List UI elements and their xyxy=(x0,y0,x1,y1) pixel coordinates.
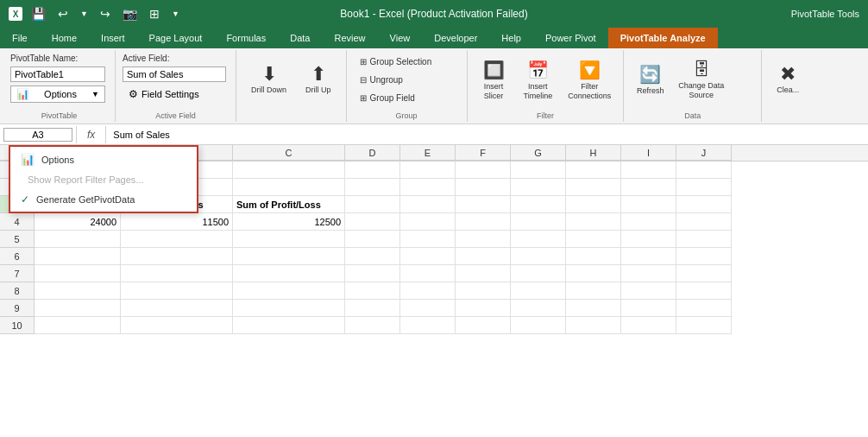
insert-slicer-label: InsertSlicer xyxy=(484,82,504,101)
col-header-j[interactable]: J xyxy=(676,145,732,161)
cell-i4[interactable] xyxy=(621,213,676,231)
drill-down-button[interactable]: ⬇ Drill Down xyxy=(243,54,294,106)
clear-button[interactable]: ✖ Clea... xyxy=(769,54,807,106)
cell-i1[interactable] xyxy=(621,162,676,179)
change-data-source-button[interactable]: 🗄 Change DataSource xyxy=(673,54,729,106)
col-header-g[interactable]: G xyxy=(511,145,566,161)
cell-h3[interactable] xyxy=(566,196,621,213)
col-header-d[interactable]: D xyxy=(345,145,400,161)
redo-button[interactable]: ↪ xyxy=(97,5,114,22)
show-report-label: Show Report Filter Pages... xyxy=(28,174,144,185)
options-menu-icon: 📊 xyxy=(21,153,35,166)
cell-f1[interactable] xyxy=(456,162,511,179)
options-button[interactable]: 📊 Options ▼ xyxy=(10,86,105,103)
filter-group: 🔲 InsertSlicer 📅 InsertTimeline 🔽 Filter… xyxy=(468,50,625,122)
row-header-10[interactable]: 10 xyxy=(0,317,35,334)
group-field-icon: ⊞ xyxy=(360,93,367,103)
row-header-5[interactable]: 5 xyxy=(0,231,35,248)
row-header-6[interactable]: 6 xyxy=(0,248,35,265)
tab-pagelayout[interactable]: Page Layout xyxy=(137,28,215,48)
cell-f2[interactable] xyxy=(456,179,511,196)
cell-a4[interactable]: 24000 xyxy=(35,213,121,231)
tab-file[interactable]: File xyxy=(0,28,40,48)
cell-g1[interactable] xyxy=(511,162,566,179)
qat-dropdown[interactable]: ▼ xyxy=(168,8,183,20)
cell-g3[interactable] xyxy=(511,196,566,213)
group-selection-button[interactable]: ⊞ Group Selection xyxy=(354,54,460,70)
tab-formulas[interactable]: Formulas xyxy=(214,28,278,48)
name-box[interactable] xyxy=(3,128,72,142)
cell-g4[interactable] xyxy=(511,213,566,231)
active-field-input[interactable] xyxy=(123,66,226,82)
tab-review[interactable]: Review xyxy=(322,28,377,48)
cell-g2[interactable] xyxy=(511,179,566,196)
change-data-source-label: Change DataSource xyxy=(678,81,724,100)
ungroup-label: Ungroup xyxy=(370,75,403,85)
drill-up-button[interactable]: ⬆ Drill Up xyxy=(298,54,339,106)
col-header-h[interactable]: H xyxy=(566,145,621,161)
cell-c3[interactable]: Sum of Profit/Loss xyxy=(233,196,345,213)
cell-e1[interactable] xyxy=(400,162,456,179)
cell-i3[interactable] xyxy=(621,196,676,213)
cell-d1[interactable] xyxy=(345,162,400,179)
row-header-9[interactable]: 9 xyxy=(0,300,35,317)
tab-view[interactable]: View xyxy=(378,28,423,48)
tab-insert[interactable]: Insert xyxy=(89,28,137,48)
dropdown-item-options[interactable]: 📊 Options xyxy=(10,149,197,170)
insert-timeline-button[interactable]: 📅 InsertTimeline xyxy=(519,54,558,106)
row-header-4[interactable]: 4 xyxy=(0,213,35,231)
cell-j1[interactable] xyxy=(676,162,732,179)
undo-dropdown[interactable]: ▼ xyxy=(77,8,91,20)
grid-button[interactable]: ⊞ xyxy=(146,5,163,22)
group-field-button[interactable]: ⊞ Group Field xyxy=(354,90,460,106)
formula-input[interactable] xyxy=(110,129,865,141)
options-icon: 📊 xyxy=(16,88,29,100)
cell-d3[interactable] xyxy=(345,196,400,213)
col-header-e[interactable]: E xyxy=(400,145,456,161)
refresh-button[interactable]: 🔄 Refresh xyxy=(631,54,670,106)
cell-j4[interactable] xyxy=(676,213,732,231)
cell-d2[interactable] xyxy=(345,179,400,196)
cell-e4[interactable] xyxy=(400,213,456,231)
col-header-f[interactable]: F xyxy=(456,145,511,161)
cell-h1[interactable] xyxy=(566,162,621,179)
camera-button[interactable]: 📷 xyxy=(119,5,141,22)
tab-data[interactable]: Data xyxy=(278,28,322,48)
cell-e3[interactable] xyxy=(400,196,456,213)
pivottable-name-input[interactable] xyxy=(10,66,105,82)
insert-slicer-button[interactable]: 🔲 InsertSlicer xyxy=(475,54,513,106)
cell-b4[interactable]: 11500 xyxy=(121,213,233,231)
filter-connections-button[interactable]: 🔽 FilterConnections xyxy=(563,54,616,106)
pivottable-group-label: PivotTable xyxy=(3,111,115,120)
tab-powerpivot[interactable]: Power Pivot xyxy=(533,28,608,48)
table-row: 9 xyxy=(0,300,868,317)
cell-c1[interactable] xyxy=(233,162,345,179)
cell-c4[interactable]: 12500 xyxy=(233,213,345,231)
tab-pivottable-analyze[interactable]: PivotTable Analyze xyxy=(608,28,718,48)
checkmark-icon: ✓ xyxy=(21,193,29,206)
field-settings-button[interactable]: ⚙ Field Settings xyxy=(123,86,229,103)
cell-j2[interactable] xyxy=(676,179,732,196)
col-header-i[interactable]: I xyxy=(621,145,676,161)
cell-f4[interactable] xyxy=(456,213,511,231)
cell-j3[interactable] xyxy=(676,196,732,213)
tab-developer[interactable]: Developer xyxy=(422,28,489,48)
cell-f3[interactable] xyxy=(456,196,511,213)
cell-e2[interactable] xyxy=(400,179,456,196)
cell-c2[interactable] xyxy=(233,179,345,196)
cell-h4[interactable] xyxy=(566,213,621,231)
undo-button[interactable]: ↩ xyxy=(54,5,72,22)
row-header-8[interactable]: 8 xyxy=(0,282,35,300)
cell-i2[interactable] xyxy=(621,179,676,196)
ungroup-button[interactable]: ⊟ Ungroup xyxy=(354,72,460,88)
drill-down-icon: ⬇ xyxy=(261,65,277,84)
row-header-7[interactable]: 7 xyxy=(0,265,35,282)
cell-d4[interactable] xyxy=(345,213,400,231)
formula-bar: fx xyxy=(0,124,868,145)
col-header-c[interactable]: C xyxy=(233,145,345,161)
cell-h2[interactable] xyxy=(566,179,621,196)
tab-home[interactable]: Home xyxy=(40,28,89,48)
dropdown-item-generate[interactable]: ✓ Generate GetPivotData xyxy=(10,189,197,210)
tab-help[interactable]: Help xyxy=(489,28,533,48)
save-button[interactable]: 💾 xyxy=(28,5,49,22)
